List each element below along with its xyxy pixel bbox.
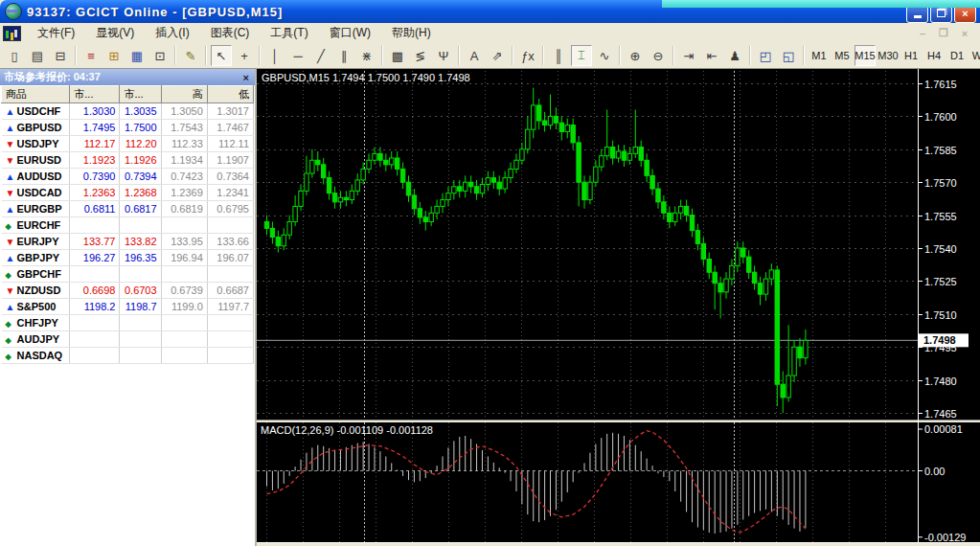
menu-charts[interactable]: 图表(C) bbox=[200, 23, 261, 42]
candlestick-icon[interactable]: ⌶ bbox=[571, 45, 592, 66]
trendline-icon[interactable]: ╱ bbox=[310, 45, 331, 66]
pitchfork-icon[interactable]: Ψ bbox=[433, 45, 454, 66]
indicators-icon[interactable]: ƒx bbox=[517, 45, 538, 66]
navigator-icon[interactable]: ⊞ bbox=[103, 45, 125, 66]
mdi-close-button[interactable]: × bbox=[957, 28, 972, 39]
table-row-nzdusd[interactable]: ▼NZDUSD0.66980.67030.67390.6687 bbox=[2, 283, 254, 299]
market-watch-icon[interactable]: ≡ bbox=[80, 45, 102, 66]
fibo-fan-icon[interactable]: ⋇ bbox=[356, 45, 377, 66]
table-row-eurchf[interactable]: ◆EURCHF bbox=[2, 217, 254, 234]
market-watch-panel: 市场参考报价: 04:37 × 商品市...市...高低 ▲USDCHF1.30… bbox=[0, 69, 257, 546]
macd-axis-label: -0.00129 bbox=[924, 532, 966, 543]
vertical-line-icon[interactable]: │ bbox=[264, 45, 285, 66]
column-header[interactable]: 市... bbox=[70, 86, 120, 103]
print-icon[interactable]: ⊟ bbox=[50, 45, 71, 66]
menu-help[interactable]: 帮助(H) bbox=[381, 23, 442, 42]
candle-body bbox=[378, 153, 382, 160]
column-header[interactable]: 市... bbox=[120, 86, 161, 103]
table-row-eurgbp[interactable]: ▲EURGBP0.68110.68170.68190.6795 bbox=[2, 201, 254, 217]
price-chart[interactable]: 1.76151.76001.75851.75701.75551.75401.75… bbox=[257, 69, 980, 546]
timeframe-m5[interactable]: M5 bbox=[832, 45, 853, 66]
channel-icon[interactable]: ∥ bbox=[333, 45, 354, 66]
candle-body bbox=[532, 105, 536, 129]
market-watch-caption[interactable]: 市场参考报价: 04:37 × bbox=[0, 69, 255, 85]
mdi-minimize-button[interactable]: – bbox=[915, 28, 930, 39]
metaeditor-icon[interactable]: ✎ bbox=[180, 45, 201, 66]
timeframe-d1[interactable]: D1 bbox=[946, 45, 968, 66]
idle-diamond-icon: ◆ bbox=[6, 271, 17, 280]
table-row-audjpy[interactable]: ◆AUDJPY bbox=[2, 331, 254, 348]
menu-window[interactable]: 窗口(W) bbox=[319, 23, 381, 42]
table-row-gbpjpy[interactable]: ▲GBPJPY196.27196.35196.94196.07 bbox=[2, 250, 254, 266]
column-header[interactable]: 高 bbox=[161, 86, 207, 103]
table-row-usdcad[interactable]: ▼USDCAD1.23631.23681.23691.2341 bbox=[2, 185, 254, 201]
timeframe-h4[interactable]: H4 bbox=[923, 45, 945, 66]
column-header[interactable]: 低 bbox=[207, 86, 253, 103]
high-value: 0.6819 bbox=[161, 201, 207, 217]
chart-shift-icon[interactable]: ⇤ bbox=[701, 45, 722, 66]
candle-body bbox=[395, 158, 399, 169]
new-window-icon[interactable]: ◰ bbox=[755, 45, 776, 66]
candle-body bbox=[713, 272, 717, 283]
candle-body bbox=[616, 151, 620, 158]
expert-advisor-icon[interactable]: ♟ bbox=[724, 45, 745, 66]
candle-body bbox=[775, 270, 779, 384]
bid-value: 196.27 bbox=[70, 250, 120, 266]
fibo-retracement-icon[interactable]: ≶ bbox=[410, 45, 431, 66]
toolbar-separator bbox=[672, 46, 674, 65]
price-axis-label: 1.7585 bbox=[924, 145, 957, 156]
candle-body bbox=[338, 197, 342, 202]
toolbar-separator bbox=[174, 46, 176, 65]
timeframe-m30[interactable]: M30 bbox=[877, 45, 899, 66]
timeframe-m15[interactable]: M15 bbox=[855, 45, 876, 66]
table-row-eurusd[interactable]: ▼EURUSD1.19231.19261.19341.1907 bbox=[2, 152, 254, 169]
bid-value: 112.17 bbox=[70, 136, 120, 152]
terminal-icon[interactable]: ▦ bbox=[126, 45, 148, 66]
new-order-icon[interactable]: ⊡ bbox=[149, 45, 171, 66]
auto-scroll-icon[interactable]: ⇥ bbox=[678, 45, 699, 66]
tile-windows-icon[interactable]: ◱ bbox=[778, 45, 799, 66]
table-row-gbpchf[interactable]: ◆GBPCHF bbox=[2, 266, 254, 283]
text-icon[interactable]: A bbox=[464, 45, 485, 66]
menu-tools[interactable]: 工具(T) bbox=[260, 23, 318, 42]
table-row-nasdaq[interactable]: ◆NASDAQ bbox=[2, 348, 254, 364]
column-header[interactable]: 商品 bbox=[2, 86, 70, 103]
zoom-in-icon[interactable]: ⊕ bbox=[625, 45, 646, 66]
chart-window[interactable]: 1.76151.76001.75851.75701.75551.75401.75… bbox=[257, 69, 980, 546]
candle-body bbox=[361, 169, 365, 179]
candle-body bbox=[724, 279, 728, 292]
candle-body bbox=[293, 206, 297, 221]
table-row-eurjpy[interactable]: ▼EURJPY133.77133.82133.95133.66 bbox=[2, 234, 254, 250]
mdi-restore-button[interactable]: ❐ bbox=[936, 27, 951, 39]
table-row-usdjpy[interactable]: ▼USDJPY112.17112.20112.33112.11 bbox=[2, 136, 254, 152]
ask-value: 0.7394 bbox=[120, 169, 161, 185]
timeframe-w1[interactable]: W1 bbox=[969, 45, 980, 66]
menu-file[interactable]: 文件(F) bbox=[27, 23, 85, 42]
horizontal-line-icon[interactable]: ─ bbox=[287, 45, 308, 66]
line-chart-icon[interactable]: ∿ bbox=[594, 45, 615, 66]
menu-view[interactable]: 显视(V) bbox=[85, 23, 145, 42]
table-row-audusd[interactable]: ▲AUDUSD0.73900.73940.74230.7364 bbox=[2, 169, 254, 185]
grid-icon[interactable]: ▩ bbox=[387, 45, 408, 66]
menu-insert[interactable]: 插入(I) bbox=[145, 23, 199, 42]
table-row-gbpusd[interactable]: ▲GBPUSD1.74951.75001.75431.7467 bbox=[2, 120, 254, 136]
new-chart-icon[interactable]: ▯ bbox=[4, 45, 25, 66]
symbol-label: CHFJPY bbox=[17, 317, 58, 329]
ask-value: 0.6703 bbox=[120, 283, 161, 299]
save-profile-icon[interactable]: ▤ bbox=[27, 45, 48, 66]
arrows-icon[interactable]: ⇗ bbox=[487, 45, 508, 66]
table-row-usdchf[interactable]: ▲USDCHF1.30301.30351.30501.3017 bbox=[2, 103, 254, 120]
cursor-icon[interactable]: ↖ bbox=[211, 45, 232, 66]
chart-child-window-icon[interactable] bbox=[3, 26, 21, 41]
crosshair-icon[interactable]: + bbox=[234, 45, 255, 66]
timeframe-h1[interactable]: H1 bbox=[900, 45, 922, 66]
candle-body bbox=[316, 160, 320, 165]
table-row-s&p500[interactable]: ▲S&P5001198.21198.71199.01197.7 bbox=[2, 299, 254, 315]
panel-close-icon[interactable]: × bbox=[241, 72, 251, 83]
bar-chart-icon[interactable]: ║ bbox=[548, 45, 569, 66]
timeframe-m1[interactable]: M1 bbox=[809, 45, 830, 66]
background-window-strip bbox=[662, 0, 980, 8]
zoom-out-icon[interactable]: ⊖ bbox=[648, 45, 669, 66]
table-row-chfjpy[interactable]: ◆CHFJPY bbox=[2, 315, 254, 331]
candle-body bbox=[497, 182, 501, 189]
